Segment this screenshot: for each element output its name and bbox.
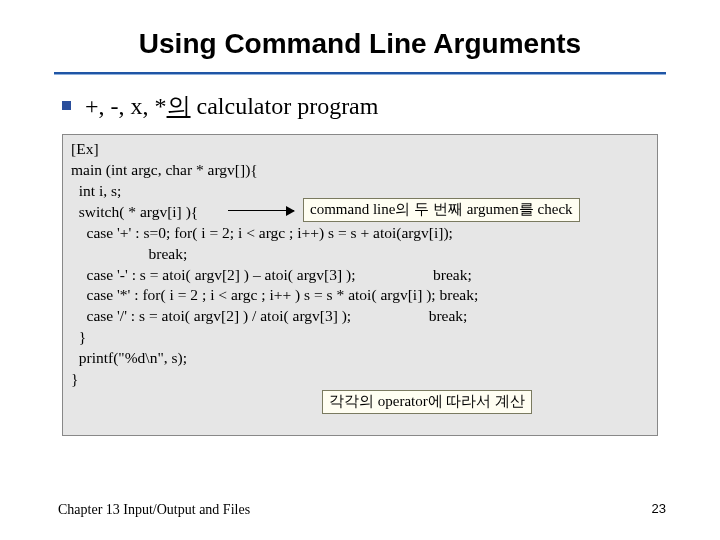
code-line: case '+' : s=0; for( i = 2; i < argc ; i… bbox=[71, 224, 453, 241]
title-divider bbox=[54, 72, 666, 75]
slide: Using Command Line Arguments +, -, x, *의… bbox=[0, 0, 720, 540]
code-line: int i, s; bbox=[71, 182, 121, 199]
bullet-text: +, -, x, *의 calculator program bbox=[85, 90, 378, 122]
code-line: printf("%d\n", s); bbox=[71, 349, 187, 366]
code-line: } bbox=[71, 370, 78, 387]
arrow-icon bbox=[228, 210, 294, 211]
slide-title: Using Command Line Arguments bbox=[0, 28, 720, 60]
callout-check-argument: command line의 두 번째 argumen를 check bbox=[303, 198, 580, 222]
square-bullet-icon bbox=[62, 101, 71, 110]
code-line: case '-' : s = atoi( argv[2] ) – atoi( a… bbox=[71, 266, 472, 283]
code-line: } bbox=[71, 328, 86, 345]
code-listing: [Ex] main (int argc, char * argv[]){ int… bbox=[71, 139, 651, 390]
code-line: break; bbox=[71, 245, 187, 262]
code-line: switch( * argv[i] ){ bbox=[71, 203, 198, 220]
code-line: case '*' : for( i = 2 ; i < argc ; i++ )… bbox=[71, 286, 478, 303]
code-line: [Ex] bbox=[71, 140, 99, 157]
code-line: main (int argc, char * argv[]){ bbox=[71, 161, 258, 178]
code-line: case '/' : s = atoi( argv[2] ) / atoi( a… bbox=[71, 307, 467, 324]
callout-operator-calc: 각각의 operator에 따라서 계산 bbox=[322, 390, 532, 414]
page-number: 23 bbox=[652, 501, 666, 516]
bullet-underline: 의 bbox=[167, 93, 191, 119]
bullet-item: +, -, x, *의 calculator program bbox=[62, 90, 378, 122]
bullet-prefix: +, -, x, * bbox=[85, 93, 167, 119]
footer-chapter: Chapter 13 Input/Output and Files bbox=[58, 502, 250, 518]
bullet-suffix: calculator program bbox=[191, 93, 379, 119]
